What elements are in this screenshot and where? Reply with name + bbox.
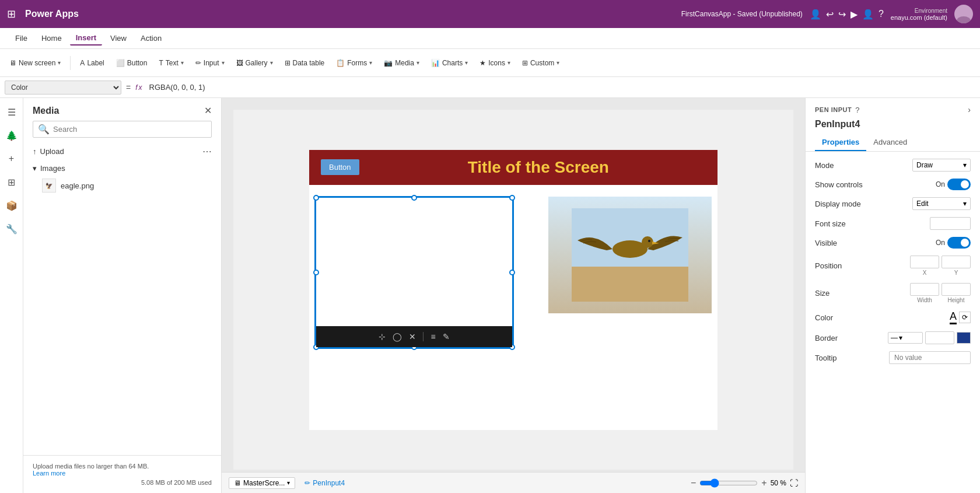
svg-point-6 xyxy=(648,240,650,242)
upload-button[interactable]: ↑ Upload xyxy=(33,147,64,156)
pen-input-area[interactable]: ⊹ ◯ ✕ ≡ ✎ xyxy=(315,197,513,348)
media-upload-row: ↑ Upload ⋯ xyxy=(23,142,221,160)
media-search-input[interactable] xyxy=(53,125,206,134)
mode-dropdown[interactable]: Draw ▾ xyxy=(912,159,971,172)
panel-collapse-icon[interactable]: › xyxy=(968,105,971,114)
pen-lines-icon[interactable]: ≡ xyxy=(430,332,435,341)
forms-button[interactable]: 📋 Forms ▾ xyxy=(331,57,377,69)
learn-more-link[interactable]: Learn more xyxy=(33,470,212,477)
pen-sep xyxy=(423,332,424,341)
avatar[interactable] xyxy=(954,5,973,23)
border-style-dropdown[interactable]: — ▾ xyxy=(888,332,923,344)
share-icon[interactable]: 👤 xyxy=(810,9,821,20)
app-grid-icon[interactable]: ⊞ xyxy=(7,8,16,20)
visible-toggle[interactable] xyxy=(947,237,971,249)
upload-more-icon[interactable]: ⋯ xyxy=(202,146,212,157)
pen-input-tab[interactable]: ✏ PenInput4 xyxy=(300,478,349,488)
sidebar-menu-icon[interactable]: ☰ xyxy=(2,103,21,121)
zoom-minus-button[interactable]: − xyxy=(691,478,696,488)
media-search-box: 🔍 xyxy=(33,121,212,138)
formula-property-select[interactable]: Color xyxy=(5,81,121,95)
panel-help-icon[interactable]: ? xyxy=(855,106,859,114)
handle-mr[interactable] xyxy=(509,270,515,275)
pen-edit-icon[interactable]: ✎ xyxy=(443,332,450,341)
eagle-thumbnail: 🦅 xyxy=(42,179,56,193)
color-text-icon[interactable]: A xyxy=(950,310,957,324)
media-item-eagle[interactable]: 🦅 eagle.png xyxy=(23,176,221,195)
custom-button[interactable]: ⊞ Custom ▾ xyxy=(517,57,564,69)
position-x-input[interactable]: 57 xyxy=(910,256,939,268)
zoom-plus-button[interactable]: + xyxy=(761,478,766,488)
canvas[interactable]: Button Title of the Screen ⊹ xyxy=(233,110,793,470)
size-width-input[interactable]: 580 xyxy=(910,283,939,296)
menu-view[interactable]: View xyxy=(104,32,132,45)
canvas-area[interactable]: Button Title of the Screen ⊹ xyxy=(222,98,805,493)
sidebar-add-icon[interactable]: + xyxy=(2,149,21,168)
new-screen-button[interactable]: 🖥 New screen ▾ xyxy=(5,57,65,69)
fit-screen-icon[interactable]: ⛶ xyxy=(790,478,798,488)
position-labels-row: X Y xyxy=(910,270,971,276)
menubar: File Home Insert View Action xyxy=(0,28,980,49)
gallery-button[interactable]: 🖼 Gallery ▾ xyxy=(232,57,278,69)
handle-tc[interactable] xyxy=(411,195,417,201)
handle-tl[interactable] xyxy=(313,195,319,201)
gallery-label: Gallery xyxy=(246,59,268,67)
tab-advanced[interactable]: Advanced xyxy=(866,134,914,151)
menu-file[interactable]: File xyxy=(9,32,33,45)
help-icon[interactable]: ? xyxy=(878,9,884,19)
play-icon[interactable]: ▶ xyxy=(850,9,858,20)
border-color-swatch[interactable] xyxy=(957,332,971,344)
menu-action[interactable]: Action xyxy=(135,32,167,45)
sidebar-data-icon[interactable]: ⊞ xyxy=(2,173,21,191)
size-height-input[interactable]: 412 xyxy=(942,283,971,296)
pen-select-icon[interactable]: ⊹ xyxy=(379,332,386,341)
border-size-input[interactable]: 2 xyxy=(925,331,954,344)
size-coord-row: 580 412 xyxy=(910,283,971,296)
zoom-level: 50 % xyxy=(771,479,786,487)
pen-erase-icon[interactable]: ◯ xyxy=(393,332,402,341)
images-section-header[interactable]: ▾ Images xyxy=(23,160,221,176)
label-icon: A xyxy=(80,59,85,67)
gallery-chevron: ▾ xyxy=(270,60,273,66)
position-coord-row: 57 207 xyxy=(910,256,971,268)
datatable-button[interactable]: ⊞ Data table xyxy=(280,57,330,69)
pen-clear-icon[interactable]: ✕ xyxy=(409,332,416,341)
menu-insert[interactable]: Insert xyxy=(70,31,102,46)
handle-ml[interactable] xyxy=(313,270,319,275)
icons-button[interactable]: ★ Icons ▾ xyxy=(475,57,515,69)
sidebar-tree-icon[interactable]: 🌲 xyxy=(2,126,21,145)
text-icon: T xyxy=(159,59,163,67)
visible-value: On xyxy=(936,237,971,249)
images-section-label: Images xyxy=(40,164,65,173)
color-picker-icon[interactable]: ⟳ xyxy=(959,312,971,323)
charts-button[interactable]: 📊 Charts ▾ xyxy=(426,57,473,69)
media-panel-close-icon[interactable]: ✕ xyxy=(204,105,212,116)
label-button[interactable]: A Label xyxy=(75,57,108,69)
icons-label: Icons xyxy=(488,59,505,67)
color-value: A ⟳ xyxy=(950,310,971,324)
sidebar-tools-icon[interactable]: 🔧 xyxy=(2,219,21,238)
user-icon[interactable]: 👤 xyxy=(862,9,874,20)
text-button[interactable]: T Text ▾ xyxy=(154,57,188,69)
media-button[interactable]: 📷 Media ▾ xyxy=(379,57,424,69)
formula-input[interactable]: RGBA(0, 0, 0, 1) xyxy=(147,83,975,92)
label-label: Label xyxy=(87,59,104,67)
menu-home[interactable]: Home xyxy=(36,32,68,45)
input-button[interactable]: ✏ Input ▾ xyxy=(191,57,229,69)
display-mode-dropdown[interactable]: Edit ▾ xyxy=(912,197,971,210)
sidebar-var-icon[interactable]: 📦 xyxy=(2,196,21,215)
zoom-slider[interactable] xyxy=(699,478,758,488)
fx-x: x xyxy=(139,83,142,92)
size-height-label: Height xyxy=(942,297,971,303)
screen-button[interactable]: Button xyxy=(321,159,359,175)
tooltip-input[interactable] xyxy=(889,351,971,364)
undo-icon[interactable]: ↩ xyxy=(826,9,834,20)
position-y-input[interactable]: 207 xyxy=(942,256,971,268)
button-button[interactable]: ⬜ Button xyxy=(111,57,152,69)
show-controls-toggle[interactable] xyxy=(947,179,971,190)
tab-properties[interactable]: Properties xyxy=(815,134,866,151)
redo-icon[interactable]: ↪ xyxy=(838,9,846,20)
font-size-input[interactable]: 2 xyxy=(930,217,971,230)
screen-tab[interactable]: 🖥 MasterScre... ▾ xyxy=(229,477,295,489)
handle-tr[interactable] xyxy=(509,195,515,201)
